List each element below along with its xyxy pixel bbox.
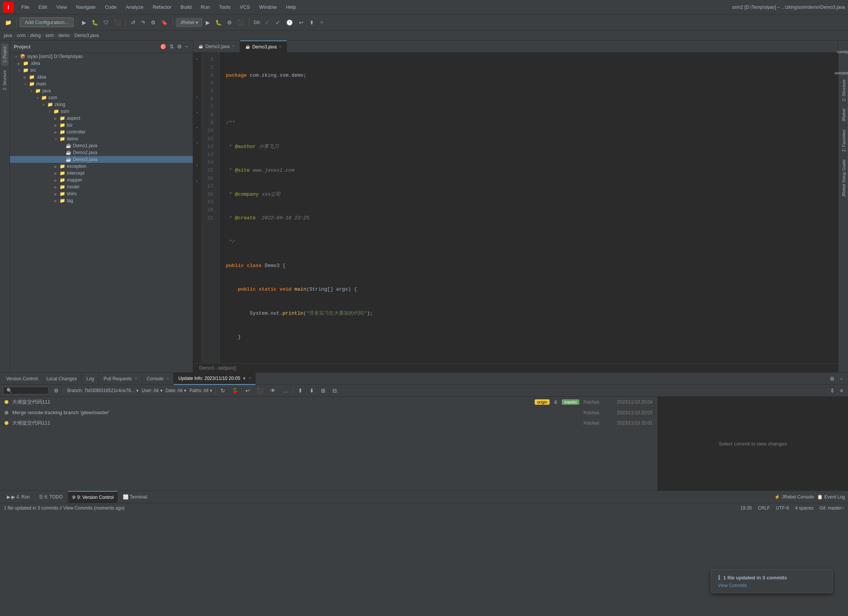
stop-button[interactable]: ⬛ [112, 18, 123, 27]
expand-all-btn[interactable]: ⇕ [828, 386, 837, 395]
jrebel-debug-btn[interactable]: 🐛 [213, 18, 224, 27]
tree-biz[interactable]: ▶ 📁 biz [10, 122, 193, 129]
debug-button[interactable]: 🐛 [90, 18, 100, 27]
git-branch-btn[interactable]: ⑂ [318, 18, 325, 27]
tree-com[interactable]: ▾ 📁 com [10, 94, 193, 101]
add-configuration-button[interactable]: Add Configuration... [20, 18, 74, 27]
git-push-btn[interactable]: ⬆ [308, 18, 316, 27]
left-tab-project[interactable]: 1: Project [1, 43, 8, 66]
bottom-tab-update-info[interactable]: Update Info: 2023/11/10 20:05 ▾ × [174, 373, 256, 385]
menu-edit[interactable]: Edit [35, 3, 51, 11]
status-charset[interactable]: UTF-8 [776, 505, 789, 511]
status-git[interactable]: Git: master↑ [819, 505, 844, 511]
search-settings-btn[interactable]: ⚙ [52, 386, 61, 395]
floating-tab-zfavorites[interactable]: Z: Favorites [840, 127, 848, 155]
breadcrumb-demo[interactable]: demo [58, 33, 70, 38]
code-content[interactable]: package com.zking.ssm.demo; /** * @autho… [220, 53, 838, 363]
bottom-tab-local-changes[interactable]: Local Changes [42, 373, 82, 385]
bottom-settings-btn[interactable]: ⚙ [828, 375, 837, 383]
tree-demo3[interactable]: ▶ ☕ Demo3.java [10, 156, 193, 163]
jrebel-stop-btn[interactable]: ⬛ [235, 18, 246, 27]
tool-tab-run[interactable]: ▶ ▶ 4: Run [3, 491, 34, 503]
menu-refactor[interactable]: Refactor [149, 3, 175, 11]
tree-idea[interactable]: ▶ 📁 .idea [10, 60, 193, 67]
update-info-close[interactable]: × [248, 376, 251, 380]
tree-idea2[interactable]: ▶ 📁 .idea [10, 74, 193, 80]
rerun-button[interactable]: ↺ [129, 18, 137, 27]
group-btn[interactable]: ⊞ [319, 386, 327, 395]
floating-tab-zstructure[interactable]: Z: Structure [840, 76, 848, 104]
branch-selector[interactable]: Branch: 7b030f8316521c4ce78... ▾ [67, 388, 139, 393]
jrebel-run-btn[interactable]: ▶ [204, 18, 212, 27]
menu-code[interactable]: Code [101, 3, 121, 11]
status-encoding[interactable]: CRLF [758, 505, 770, 511]
right-tab-database[interactable]: Database [832, 70, 848, 77]
update-info-dropdown[interactable]: ▾ [243, 376, 245, 381]
breadcrumb-demo3[interactable]: Demo3.java [74, 33, 99, 38]
demo2-tab-close[interactable]: × [232, 44, 234, 48]
settings2-btn[interactable]: ≡ [838, 386, 845, 395]
tab-demo3[interactable]: ☕ Demo3.java × [240, 40, 287, 52]
menu-navigate[interactable]: Navigate [72, 3, 99, 11]
pull-btn[interactable]: ⬇ [308, 386, 316, 395]
menu-vcs[interactable]: VCS [236, 3, 254, 11]
bottom-tab-pull-requests[interactable]: Pull Requests × [99, 373, 142, 385]
tab-demo2[interactable]: ☕ Demo2.java × [193, 40, 240, 52]
breadcrumb-java[interactable]: java [4, 33, 12, 38]
bookmark-button[interactable]: 🔖 [159, 18, 169, 27]
tree-tag[interactable]: ▶ 📁 tag [10, 197, 193, 204]
sidebar-locate-btn[interactable]: 🎯 [159, 43, 167, 50]
tree-demo2[interactable]: ▶ ☕ Demo2.java [10, 149, 193, 156]
pull-requests-close[interactable]: × [135, 376, 137, 381]
sidebar-sort-btn[interactable]: ⇅ [169, 43, 175, 50]
git-rollback-btn[interactable]: ↩ [297, 18, 305, 27]
tree-controller[interactable]: ▶ 📁 controller [10, 129, 193, 135]
tool-tab-terminal[interactable]: ⬜ Terminal [119, 491, 151, 503]
menu-file[interactable]: File [18, 3, 33, 11]
status-left[interactable]: 1 file updated in 3 commits // View Comm… [4, 505, 734, 511]
bottom-tab-log[interactable]: Log [82, 373, 99, 385]
tree-mapper[interactable]: ▶ 📁 mapper [10, 177, 193, 183]
jrebel-button[interactable]: JRebel ▾ [176, 18, 202, 27]
step-button[interactable]: ↷ [139, 18, 147, 27]
jrebel-console-btn[interactable]: ⚡ JRebel Console [774, 494, 814, 500]
refresh-btn[interactable]: ↻ [219, 386, 227, 395]
tool-tab-todo[interactable]: ☰ 6: TODO [35, 491, 66, 503]
breadcrumb-ssm[interactable]: ssm [45, 33, 54, 38]
tree-java[interactable]: ▾ 📁 java [10, 87, 193, 94]
tree-exception[interactable]: ▶ 📁 exception [10, 163, 193, 170]
menu-analyze[interactable]: Analyze [122, 3, 147, 11]
status-indent[interactable]: 4 spaces [795, 505, 813, 511]
jrebel-settings-btn[interactable]: ⚙ [225, 18, 234, 27]
git-history-btn[interactable]: 🕐 [284, 18, 295, 27]
menu-run[interactable]: Run [197, 3, 214, 11]
console-close[interactable]: × [166, 376, 169, 381]
git-checkmark[interactable]: ✓ [263, 18, 271, 27]
tree-demo[interactable]: ▾ 📁 demo [10, 135, 193, 142]
bottom-tab-console[interactable]: Console × [142, 373, 174, 385]
tree-main[interactable]: ▾ 📁 main [10, 80, 193, 87]
revert-btn[interactable]: ↩ [243, 386, 252, 395]
tree-shiro[interactable]: ▶ 📁 shiro [10, 190, 193, 197]
bottom-minimize-btn[interactable]: − [838, 375, 845, 383]
tree-model[interactable]: ▶ 📁 model [10, 183, 193, 190]
commit-item-2[interactable]: 大佬提交代码111 Xiaoliya 2023/11/10 20:01 [0, 418, 657, 429]
coverage-button[interactable]: 🛡 [102, 18, 111, 27]
collapse-btn[interactable]: ⊟ [330, 386, 339, 395]
toast-view-commits-link[interactable]: View Commits [718, 583, 747, 588]
breadcrumb-com[interactable]: com [17, 33, 26, 38]
sidebar-close-btn[interactable]: − [184, 43, 189, 50]
eye-btn[interactable]: 👁 [268, 386, 277, 395]
tool-tab-vc[interactable]: ⑨ 9: Version Control [68, 491, 118, 503]
tree-ssm[interactable]: ▾ 📁 ssm [10, 108, 193, 115]
menu-help[interactable]: Help [282, 3, 300, 11]
user-selector[interactable]: User: All ▾ [142, 388, 163, 393]
breadcrumb-zking[interactable]: zking [30, 33, 41, 38]
floating-tab-jrebel-guide[interactable]: JRebel Setup Guide [840, 156, 848, 200]
build-button[interactable]: ⚙ [149, 18, 158, 27]
menu-view[interactable]: View [52, 3, 71, 11]
floating-tab-jrebel[interactable]: JRebel [840, 106, 848, 125]
commit-item-1[interactable]: Merge remote-tracking branch 'gitee/mast… [0, 408, 657, 418]
tree-demo1[interactable]: ▶ ☕ Demo1.java [10, 142, 193, 149]
tree-zking[interactable]: ▾ 📁 zking [10, 101, 193, 108]
